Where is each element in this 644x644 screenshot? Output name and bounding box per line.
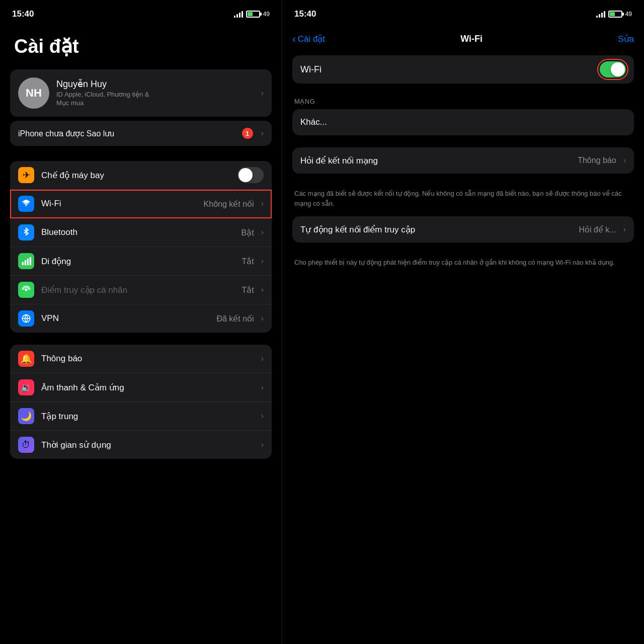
other-network-item[interactable]: Khác... — [292, 109, 634, 135]
left-panel: 15:40 49 Cài đặt NH Nguyễn Huy ID Apple,… — [0, 0, 282, 644]
hotspot-icon — [18, 282, 34, 298]
hotspot-value: Tắt — [242, 285, 254, 295]
wifi-toggle-row[interactable]: Wi-Fi — [292, 55, 634, 84]
profile-name: Nguyễn Huy — [56, 78, 257, 90]
auto-join-group: Tự động kết nối điểm truy cập Hỏi để k..… — [292, 216, 634, 243]
back-button[interactable]: ‹ Cài đặt — [292, 33, 325, 45]
bluetooth-chevron-icon: › — [261, 228, 264, 237]
bluetooth-value: Bật — [242, 228, 254, 237]
back-chevron-icon: ‹ — [292, 33, 296, 45]
vpn-item[interactable]: VPN Đã kết nối › — [10, 304, 272, 333]
airplane-toggle[interactable] — [237, 167, 264, 183]
svg-rect-2 — [27, 259, 29, 265]
hotspot-label: Điểm truy cập cá nhân — [41, 285, 242, 295]
wifi-toggle-label: Wi-Fi — [300, 64, 321, 75]
other-network-label: Khác... — [300, 117, 626, 127]
auto-join-label: Tự động kết nối điểm truy cập — [300, 224, 579, 235]
sound-label: Âm thanh & Cảm ứng — [41, 382, 257, 393]
signal-icon-left — [234, 11, 243, 18]
cellular-value: Tắt — [242, 257, 254, 266]
ask-join-description: Các mạng đã biết sẽ được kết nối tự động… — [292, 186, 634, 216]
profile-chevron-icon: › — [261, 89, 264, 98]
svg-rect-3 — [30, 257, 31, 266]
focus-chevron-icon: › — [261, 412, 264, 421]
notifications-icon: 🔔 — [18, 351, 34, 367]
screen-time-item[interactable]: ⏱ Thời gian sử dụng › — [10, 431, 272, 459]
ask-join-value: Thông báo — [578, 156, 616, 165]
wifi-toggle[interactable] — [600, 61, 626, 77]
notifications-chevron-icon: › — [261, 354, 264, 363]
left-content: Cài đặt NH Nguyễn Huy ID Apple, iCloud, … — [0, 25, 282, 644]
notifications-label: Thông báo — [41, 354, 257, 364]
backup-row[interactable]: iPhone chưa được Sao lưu 1 › — [10, 121, 272, 146]
focus-label: Tập trung — [41, 411, 257, 422]
vpn-value: Đã kết nối — [216, 314, 254, 324]
back-label: Cài đặt — [298, 34, 325, 44]
svg-point-4 — [25, 289, 28, 291]
status-bar-left: 15:40 49 — [0, 0, 282, 25]
ask-join-group: Hỏi để kết nối mạng Thông báo › — [292, 147, 634, 174]
edit-button[interactable]: Sửa — [618, 34, 634, 44]
cellular-item[interactable]: Di động Tắt › — [10, 247, 272, 276]
notifications-group: 🔔 Thông báo › 🔉 Âm thanh & Cảm ứng › 🌙 T… — [10, 345, 272, 459]
cellular-label: Di động — [41, 256, 242, 267]
airplane-mode-item[interactable]: ✈ Chế độ máy bay — [10, 161, 272, 190]
profile-subtitle: ID Apple, iCloud, Phương tiện &Mục mua — [56, 91, 257, 108]
vpn-chevron-icon: › — [261, 314, 264, 323]
signal-icon-right — [596, 11, 605, 18]
auto-join-item[interactable]: Tự động kết nối điểm truy cập Hỏi để k..… — [292, 216, 634, 243]
battery-icon-left — [246, 11, 260, 18]
wifi-icon — [18, 196, 34, 212]
svg-rect-0 — [22, 262, 24, 266]
focus-item[interactable]: 🌙 Tập trung › — [10, 402, 272, 431]
auto-join-description: Cho phép thiết bị này tự động phát hiện … — [292, 255, 634, 276]
ask-join-chevron-icon: › — [623, 156, 626, 165]
status-icons-right: 49 — [596, 11, 632, 18]
battery-text-left: 49 — [263, 11, 270, 18]
sound-icon: 🔉 — [18, 379, 34, 395]
status-time-left: 15:40 — [12, 9, 34, 19]
screen-time-label: Thời gian sử dụng — [41, 440, 257, 450]
wifi-content: Wi-Fi MẠNG Khác... Hỏi để kết nối mạng T… — [282, 50, 644, 644]
airplane-icon: ✈ — [18, 167, 34, 183]
bluetooth-icon — [18, 224, 34, 240]
notifications-item[interactable]: 🔔 Thông báo › — [10, 345, 272, 373]
wifi-chevron-icon: › — [261, 199, 264, 208]
ask-join-label: Hỏi để kết nối mạng — [300, 155, 578, 166]
connectivity-group: ✈ Chế độ máy bay Wi-Fi Không kết nối › — [10, 161, 272, 333]
status-bar-right: 15:40 49 — [282, 0, 644, 25]
backup-text: iPhone chưa được Sao lưu — [18, 129, 114, 138]
wifi-item[interactable]: Wi-Fi Không kết nối › — [10, 190, 272, 218]
wifi-nav-bar: ‹ Cài đặt Wi-Fi Sửa — [282, 25, 644, 50]
vpn-label: VPN — [41, 313, 216, 324]
networks-group: Khác... — [292, 109, 634, 135]
vpn-icon — [18, 310, 34, 327]
status-time-right: 15:40 — [294, 9, 316, 19]
screen-time-chevron-icon: › — [261, 440, 264, 449]
bluetooth-label: Bluetooth — [41, 227, 242, 237]
hotspot-item[interactable]: Điểm truy cập cá nhân Tắt › — [10, 276, 272, 304]
right-panel: 15:40 49 ‹ Cài đặt Wi-Fi Sửa Wi-Fi — [282, 0, 644, 644]
wifi-value: Không kết nối — [204, 199, 254, 209]
profile-card[interactable]: NH Nguyễn Huy ID Apple, iCloud, Phương t… — [10, 69, 272, 117]
airplane-label: Chế độ máy bay — [41, 170, 237, 181]
sound-item[interactable]: 🔉 Âm thanh & Cảm ứng › — [10, 373, 272, 402]
focus-icon: 🌙 — [18, 408, 34, 424]
hotspot-chevron-icon: › — [261, 285, 264, 294]
bluetooth-item[interactable]: Bluetooth Bật › — [10, 218, 272, 247]
sound-chevron-icon: › — [261, 383, 264, 392]
svg-rect-1 — [25, 260, 26, 265]
page-title: Cài đặt — [14, 35, 272, 57]
ask-join-item[interactable]: Hỏi để kết nối mạng Thông báo › — [292, 147, 634, 174]
backup-chevron-icon: › — [261, 129, 264, 138]
auto-join-chevron-icon: › — [623, 225, 626, 234]
wifi-page-title: Wi-Fi — [460, 34, 482, 44]
battery-icon-right — [608, 11, 622, 18]
network-section-label: MẠNG — [294, 98, 632, 105]
avatar: NH — [18, 77, 49, 109]
screen-time-icon: ⏱ — [18, 437, 34, 453]
cellular-icon — [18, 253, 34, 269]
wifi-label: Wi-Fi — [41, 199, 204, 209]
status-icons-left: 49 — [234, 11, 270, 18]
backup-badge: 1 — [242, 128, 253, 139]
